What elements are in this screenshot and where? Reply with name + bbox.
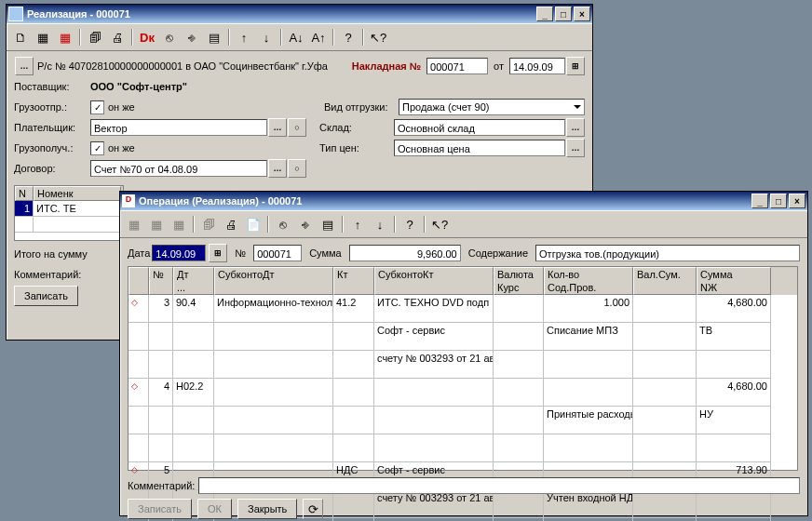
consignee-same-checkbox[interactable]: ✓ xyxy=(90,141,104,155)
titlebar-operation[interactable]: D Операция (Реализация) - 000071 _ □ × xyxy=(120,192,807,210)
col-dt[interactable]: Дт xyxy=(177,269,210,280)
supplier-value: ООО "Софт-центр" xyxy=(90,81,187,92)
col-qty[interactable]: Кол-во xyxy=(548,269,629,280)
col-curr[interactable]: Валюта xyxy=(497,269,540,280)
col-nomenklatura[interactable]: Номенк xyxy=(34,186,121,201)
toolbar-btn-7[interactable]: ⎋ xyxy=(273,214,293,234)
op-cal-button[interactable]: ⊞ xyxy=(209,244,227,262)
table-row[interactable]: ◇4Н02.24,680.00 xyxy=(129,379,797,407)
close-button[interactable]: × xyxy=(789,194,805,208)
toolbar-btn-dk[interactable]: Dк xyxy=(137,27,157,47)
date-cal-button[interactable]: ⊞ xyxy=(566,57,585,75)
pricetype-pick-button[interactable]: … xyxy=(566,139,585,157)
toolbar-btn-down[interactable]: ↓ xyxy=(370,214,390,234)
date-from-label: от xyxy=(494,60,504,72)
col-valsum[interactable]: Вал.Сум. xyxy=(637,269,693,280)
op-no-input[interactable]: 000071 xyxy=(253,245,302,261)
op-date-input[interactable]: 14.09.09 xyxy=(152,245,206,261)
toolbar-btn-up[interactable]: ↑ xyxy=(347,214,368,234)
consignee-label: Грузополуч.: xyxy=(14,142,90,154)
bank-pick-button[interactable]: … xyxy=(15,57,34,75)
toolbar-btn-whatsthis[interactable]: ↖? xyxy=(429,214,450,234)
toolbar-btn-down[interactable]: ↓ xyxy=(256,27,277,47)
contract-pick-button[interactable]: … xyxy=(268,159,287,178)
col-subkt[interactable]: СубконтоКт xyxy=(378,269,490,280)
toolbar-btn-5[interactable]: 🖨 xyxy=(107,27,128,47)
toolbar-btn-8[interactable]: ⎆ xyxy=(295,214,316,234)
row1-n[interactable]: 1 xyxy=(15,201,34,217)
toolbar-btn-2: ▦ xyxy=(146,214,167,234)
toolbar-btn-8[interactable]: ▤ xyxy=(204,27,224,47)
toolbar-btn-3[interactable]: ▦ xyxy=(55,27,75,47)
op-ok-button[interactable]: ОК xyxy=(197,499,232,519)
minimize-button[interactable]: _ xyxy=(751,194,768,208)
row1-text[interactable]: ИТС. ТЕ xyxy=(34,201,121,217)
col-sod[interactable]: Сод.Пров. xyxy=(548,282,629,293)
table-row[interactable] xyxy=(129,434,797,462)
toolbar-btn-2[interactable]: ▦ xyxy=(33,27,53,47)
operation-grid[interactable]: № Дт... СубконтоДт Кт СубконтоКт ВалютаК… xyxy=(128,266,798,471)
warehouse-input[interactable]: Основной склад xyxy=(394,119,565,136)
warehouse-pick-button[interactable]: … xyxy=(566,118,585,137)
op-sum-input[interactable]: 9,960.00 xyxy=(349,245,461,261)
toolbar-btn-6[interactable]: ⎋ xyxy=(159,27,180,47)
toolbar-btn-1[interactable]: 🗋 xyxy=(10,27,31,47)
op-no-label: № xyxy=(235,247,246,259)
total-label: Итого на сумму xyxy=(14,248,88,260)
save-button[interactable]: Записать xyxy=(14,286,78,306)
table-row[interactable]: Принятые расходыНУ xyxy=(129,407,797,434)
contract-input[interactable]: Счет №70 от 04.08.09 xyxy=(90,160,267,177)
op-comment-input[interactable] xyxy=(198,477,800,494)
toolbar-btn-up[interactable]: ↑ xyxy=(234,27,254,47)
pricetype-input[interactable]: Основная цена xyxy=(394,140,565,156)
close-button[interactable]: × xyxy=(574,7,590,21)
table-row[interactable]: Софт - сервисСписание МПЗТВ xyxy=(129,323,797,351)
toolbar-btn-7[interactable]: ⎆ xyxy=(182,27,202,47)
maximize-button[interactable]: □ xyxy=(770,194,787,208)
date-input[interactable]: 14.09.09 xyxy=(509,58,565,74)
toolbar-btn-4[interactable]: 🗐 xyxy=(85,27,105,47)
window-title: Операция (Реализация) - 000071 xyxy=(139,195,750,207)
col-sum[interactable]: Сумма xyxy=(700,269,767,280)
col-n[interactable]: № xyxy=(153,269,169,280)
toolbar-btn-9[interactable]: ▤ xyxy=(318,214,338,234)
col-n[interactable]: N xyxy=(15,186,34,201)
window-operation: D Операция (Реализация) - 000071 _ □ × ▦… xyxy=(119,191,808,516)
op-content-input[interactable]: Отгрузка тов.(продукции) xyxy=(535,245,800,261)
contract-clear-button[interactable]: ○ xyxy=(288,159,306,178)
payer-pick-button[interactable]: … xyxy=(268,118,287,137)
payer-clear-button[interactable]: ○ xyxy=(288,118,306,137)
table-row[interactable]: счету № 003293 от 21 ав xyxy=(129,351,797,379)
toolbar-btn-help[interactable]: ? xyxy=(338,27,359,47)
col-rate[interactable]: Курс xyxy=(497,282,540,293)
toolbar: 🗋 ▦ ▦ 🗐 🖨 Dк ⎋ ⎆ ▤ ↑ ↓ A↓ A↑ ? ↖? xyxy=(7,23,592,51)
payer-input[interactable]: Вектор xyxy=(90,119,267,136)
supplier-label: Поставщик: xyxy=(14,81,90,92)
maximize-button[interactable]: □ xyxy=(555,7,572,21)
toolbar-btn-whatsthis[interactable]: ↖? xyxy=(368,27,388,47)
op-date-label: Дата xyxy=(128,247,150,259)
toolbar-btn-5[interactable]: 🖨 xyxy=(221,214,241,234)
toolbar-btn-1: ▦ xyxy=(124,214,144,234)
col-subdt[interactable]: СубконтоДт xyxy=(218,269,330,280)
op-close-button[interactable]: Закрыть xyxy=(237,499,297,519)
op-save-button[interactable]: Записать xyxy=(128,499,192,519)
shipper-same-checkbox[interactable]: ✓ xyxy=(90,100,104,114)
warehouse-label: Склад: xyxy=(319,122,394,133)
titlebar-realization[interactable]: Реализация - 000071 _ □ × xyxy=(7,5,592,23)
toolbar-btn-6[interactable]: 📄 xyxy=(243,214,264,234)
invoice-no-input[interactable]: 000071 xyxy=(426,58,488,74)
sep xyxy=(193,216,195,233)
toolbar-btn-help[interactable]: ? xyxy=(399,214,420,234)
col-kt[interactable]: Кт xyxy=(337,269,371,280)
minimize-button[interactable]: _ xyxy=(536,7,553,21)
toolbar-btn-sort-desc[interactable]: A↑ xyxy=(308,27,329,47)
col-mark[interactable] xyxy=(129,267,149,295)
col-nzh[interactable]: NЖ xyxy=(700,282,767,293)
shiptype-select[interactable]: Продажа (счет 90) xyxy=(399,99,585,115)
items-grid[interactable]: N Номенк 1 ИТС. ТЕ xyxy=(14,185,124,241)
toolbar-btn-sort-asc[interactable]: A↓ xyxy=(286,27,306,47)
table-row[interactable]: ◇390.4Информационно-технол41.2ИТС. ТЕХНО… xyxy=(129,295,797,323)
app-icon xyxy=(8,7,23,21)
op-refresh-button[interactable]: ⟳ xyxy=(303,499,323,519)
